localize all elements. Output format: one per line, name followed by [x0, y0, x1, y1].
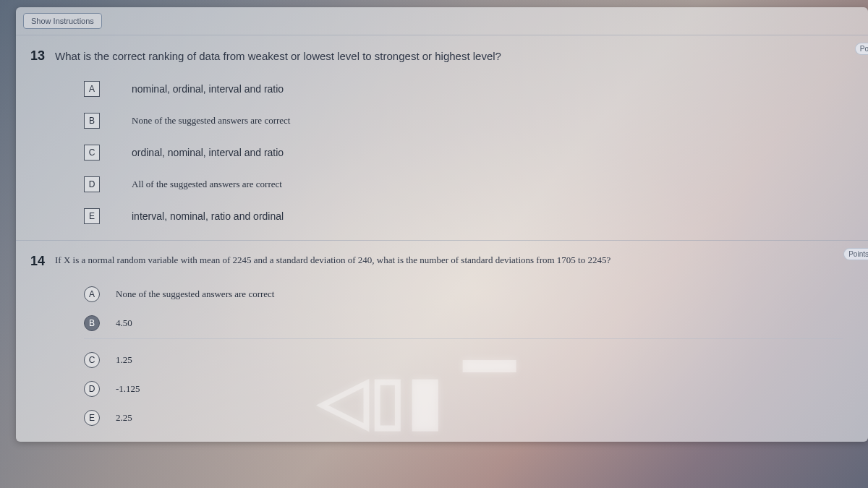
points-badge: Points: [843, 248, 868, 260]
option-text: All of the suggested answers are correct: [132, 179, 282, 190]
option-a[interactable]: A None of the suggested answers are corr…: [84, 286, 854, 302]
option-letter[interactable]: D: [84, 176, 100, 192]
question-prompt: What is the correct ranking of data from…: [55, 48, 501, 64]
option-letter[interactable]: C: [84, 352, 100, 368]
option-text: None of the suggested answers are correc…: [116, 288, 274, 300]
option-c[interactable]: C ordinal, nominal, interval and ratio: [84, 145, 854, 160]
question-13: Po 13 What is the correct ranking of dat…: [16, 35, 868, 240]
option-letter[interactable]: A: [84, 81, 100, 97]
option-text: interval, nominal, ratio and ordinal: [132, 210, 284, 222]
option-text: -1.125: [116, 383, 140, 395]
option-text: 2.25: [116, 412, 132, 424]
option-text: 4.50: [116, 317, 132, 329]
option-letter[interactable]: C: [84, 145, 100, 160]
question-14: Points 14 If X is a normal random variab…: [16, 240, 868, 442]
topbar: Show Instructions: [16, 7, 868, 35]
option-text: None of the suggested answers are correc…: [132, 115, 290, 127]
option-letter[interactable]: E: [84, 410, 100, 426]
question-prompt: If X is a normal random variable with me…: [55, 254, 610, 267]
option-letter[interactable]: D: [84, 381, 100, 397]
option-letter[interactable]: E: [84, 208, 100, 224]
option-d[interactable]: D All of the suggested answers are corre…: [84, 176, 854, 192]
option-text: nominal, ordinal, interval and ratio: [132, 83, 284, 95]
question-number: 13: [30, 48, 48, 64]
points-badge: Po: [855, 43, 868, 55]
option-d[interactable]: D -1.125: [84, 381, 854, 397]
option-a[interactable]: A nominal, ordinal, interval and ratio: [84, 81, 854, 97]
show-instructions-button[interactable]: Show Instructions: [23, 13, 102, 29]
question-number: 14: [30, 254, 48, 269]
option-text: 1.25: [116, 354, 132, 366]
option-e[interactable]: E interval, nominal, ratio and ordinal: [84, 208, 854, 224]
option-b[interactable]: B None of the suggested answers are corr…: [84, 113, 854, 129]
option-c[interactable]: C 1.25: [84, 352, 854, 368]
option-letter[interactable]: B: [84, 315, 100, 331]
option-e[interactable]: E 2.25: [84, 410, 854, 426]
option-text: ordinal, nominal, interval and ratio: [132, 147, 284, 158]
option-letter[interactable]: A: [84, 286, 100, 302]
options-list: A nominal, ordinal, interval and ratio B…: [84, 81, 854, 224]
option-b[interactable]: B 4.50: [84, 315, 843, 339]
option-letter[interactable]: B: [84, 113, 100, 129]
quiz-panel: Show Instructions Po 13 What is the corr…: [16, 7, 868, 442]
options-list: A None of the suggested answers are corr…: [84, 286, 854, 426]
